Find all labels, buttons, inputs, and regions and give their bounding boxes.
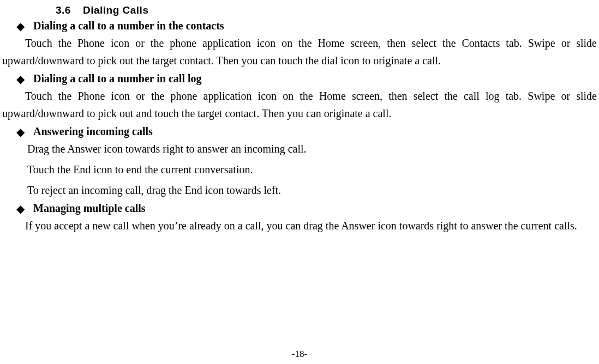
- diamond-icon: ◆: [16, 74, 25, 84]
- bullet-2-para: Touch the Phone icon or the phone applic…: [2, 87, 597, 122]
- section-title: Dialing Calls: [83, 4, 149, 16]
- bullet-1-title: Dialing a call to a number in the contac…: [33, 20, 224, 32]
- section-heading: 3.6Dialing Calls: [56, 4, 599, 16]
- page-container: 3.6Dialing Calls ◆ Dialing a call to a n…: [0, 0, 599, 364]
- page-number: -18-: [0, 349, 599, 360]
- bullet-2-title: Dialing a call to a number in call log: [33, 72, 202, 85]
- bullet-4-para: If you accept a new call when you’re alr…: [2, 217, 597, 234]
- bullet-4-title: Managing multiple calls: [33, 202, 146, 215]
- diamond-icon: ◆: [16, 126, 25, 137]
- bullet-3-line2: Touch the End icon to end the current co…: [27, 161, 597, 178]
- bullet-3-title: Answering incoming calls: [33, 125, 153, 138]
- bullet-1-para: Touch the Phone icon or the phone applic…: [2, 34, 597, 69]
- diamond-icon: ◆: [16, 21, 25, 32]
- bullet-3-line1: Drag the Answer icon towards right to an…: [27, 140, 597, 157]
- bullet-2: ◆ Dialing a call to a number in call log: [16, 72, 599, 85]
- bullet-4: ◆ Managing multiple calls: [16, 202, 599, 215]
- diamond-icon: ◆: [16, 203, 25, 214]
- bullet-3: ◆ Answering incoming calls: [16, 125, 599, 138]
- section-number: 3.6: [56, 4, 71, 16]
- bullet-3-line3: To reject an incoming call, drag the End…: [27, 181, 597, 199]
- bullet-1: ◆ Dialing a call to a number in the cont…: [16, 20, 599, 32]
